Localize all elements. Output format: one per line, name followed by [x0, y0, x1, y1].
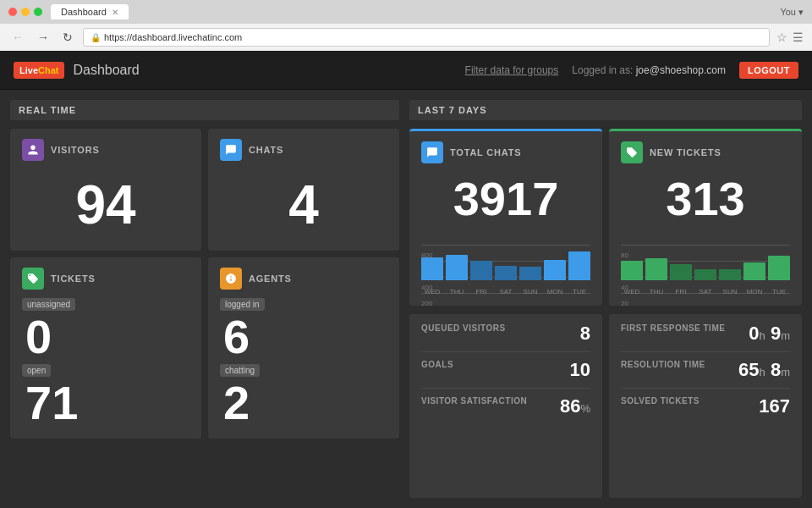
queued-visitors-value: 8 [580, 323, 590, 345]
minimize-dot[interactable] [21, 8, 30, 16]
menu-icon[interactable]: ☰ [793, 30, 804, 44]
left-stats-panel: QUEUED VISITORS 8 GOALS 10 VISITOR SATIS… [409, 314, 602, 498]
total-chats-label: TOTAL CHATS [450, 147, 521, 157]
close-dot[interactable] [8, 8, 17, 16]
tickets-icon [22, 268, 44, 290]
visitors-count: 94 [22, 164, 189, 240]
visitor-satisfaction-row: VISITOR SATISFACTION 86% [421, 395, 590, 417]
lock-icon: 🔒 [91, 33, 101, 42]
open-label: open [22, 364, 51, 377]
filter-groups-link[interactable]: Filter data for groups [465, 64, 559, 76]
goals-row: GOALS 10 [421, 359, 590, 389]
agents-label: AGENTS [249, 273, 292, 284]
dashboard: REAL TIME VISITORS 94 [0, 90, 812, 508]
visitor-satisfaction-value: 86% [560, 395, 590, 417]
visitors-icon [22, 139, 44, 161]
chats-tile: CHATS 4 [208, 129, 399, 251]
first-response-label: FIRST RESPONSE TIME [621, 323, 725, 334]
chats-icon [220, 139, 242, 161]
browser-user: You ▾ [780, 7, 804, 18]
logged-in-email: joe@shoeshop.com [636, 64, 726, 76]
resolution-time-label: RESOLUTION TIME [621, 359, 705, 370]
chats-count: 4 [220, 164, 387, 240]
visitors-label: VISITORS [51, 145, 100, 155]
first-response-value: 0h 9m [749, 323, 790, 345]
chats-label: CHATS [249, 145, 283, 155]
goals-label: GOALS [421, 359, 453, 370]
tab-close-icon[interactable]: ✕ [112, 8, 118, 17]
agents-icon [220, 268, 242, 290]
top-nav: LiveChat Dashboard Filter data for group… [0, 51, 812, 90]
visitor-satisfaction-label: VISITOR SATISFACTION [421, 395, 527, 406]
total-chats-tile: TOTAL CHATS 3917 800 600 400 200 [409, 129, 602, 306]
unassigned-label: unassigned [22, 298, 75, 311]
nav-title: Dashboard [73, 63, 139, 78]
app: LiveChat Dashboard Filter data for group… [0, 51, 812, 508]
star-icon[interactable]: ☆ [776, 30, 787, 44]
new-tickets-count: 313 [621, 168, 790, 228]
new-tickets-label: NEW TICKETS [650, 147, 721, 157]
unassigned-count: 0 [22, 312, 189, 362]
refresh-button[interactable]: ↻ [59, 29, 76, 46]
address-url: https://dashboard.livechatinc.com [104, 32, 242, 42]
right-stats-panel: FIRST RESPONSE TIME 0h 9m RESOLUTION TIM… [609, 314, 802, 498]
new-tickets-chart: 80 60 40 20 [621, 228, 790, 295]
resolution-time-value: 65h 8m [738, 359, 790, 381]
solved-tickets-value: 167 [759, 395, 790, 417]
first-response-row: FIRST RESPONSE TIME 0h 9m [621, 323, 790, 352]
last7days-section-header: LAST 7 DAYS [409, 100, 802, 120]
new-tickets-tile: NEW TICKETS 313 80 60 40 20 [609, 129, 802, 306]
solved-tickets-label: SOLVED TICKETS [621, 395, 700, 406]
logout-button[interactable]: LOGOUT [739, 62, 798, 79]
logged-in-agents-count: 6 [220, 312, 387, 362]
goals-value: 10 [570, 359, 590, 381]
resolution-time-row: RESOLUTION TIME 65h 8m [621, 359, 790, 389]
total-chats-count: 3917 [421, 168, 590, 228]
agents-tile: AGENTS logged in 6 chatting 2 [208, 257, 399, 439]
forward-button[interactable]: → [34, 29, 52, 46]
right-top-charts: TOTAL CHATS 3917 800 600 400 200 [409, 129, 802, 306]
browser-chrome: Dashboard ✕ You ▾ ← → ↻ 🔒 https://dashbo… [0, 0, 812, 51]
tiles-grid: VISITORS 94 CHATS 4 [10, 129, 399, 439]
open-count: 71 [22, 378, 189, 428]
realtime-section-header: REAL TIME [10, 100, 399, 120]
back-button[interactable]: ← [8, 29, 27, 46]
tickets-tile: TICKETS unassigned 0 open 71 [10, 257, 201, 439]
right-panel: LAST 7 DAYS TOTAL CHATS 3917 [409, 100, 802, 498]
solved-tickets-row: SOLVED TICKETS 167 [621, 395, 790, 417]
chatting-label: chatting [220, 364, 260, 377]
tab-title: Dashboard [61, 7, 107, 17]
new-tickets-icon [621, 141, 643, 163]
queued-visitors-row: QUEUED VISITORS 8 [421, 323, 590, 352]
logged-in-agents-label: logged in [220, 298, 265, 311]
maximize-dot[interactable] [34, 8, 42, 16]
livechat-logo: LiveChat [14, 62, 64, 79]
queued-visitors-label: QUEUED VISITORS [421, 323, 506, 334]
left-panel: REAL TIME VISITORS 94 [10, 100, 399, 498]
bottom-stats: QUEUED VISITORS 8 GOALS 10 VISITOR SATIS… [409, 314, 802, 498]
logged-in-label: Logged in as: joe@shoeshop.com [572, 64, 726, 76]
visitors-tile: VISITORS 94 [10, 129, 201, 251]
total-chats-icon [421, 141, 443, 163]
tickets-label: TICKETS [51, 273, 96, 284]
total-chats-chart: 800 600 400 200 [421, 228, 590, 295]
chatting-count: 2 [220, 378, 387, 428]
logo-accent: Chat [38, 65, 58, 75]
